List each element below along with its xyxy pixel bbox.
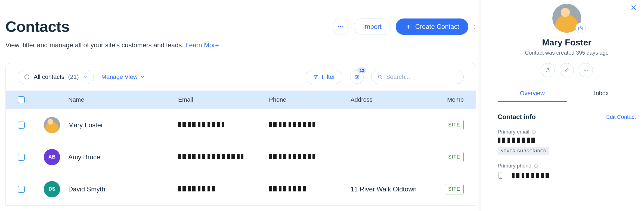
table-row[interactable]: Mary Foster SITE (6, 109, 476, 141)
svg-point-21 (536, 165, 536, 166)
table-header: Name Email Phone Address Memb (6, 91, 476, 109)
trailing-glyph: ; (474, 22, 476, 31)
avatar: AB (44, 149, 60, 165)
create-contact-button[interactable]: ＋ Create Contact (396, 18, 468, 35)
info-icon (534, 163, 538, 168)
primary-phone-value (512, 173, 550, 178)
column-address[interactable]: Address (351, 96, 440, 103)
svg-point-2 (342, 26, 343, 27)
contact-email (178, 121, 269, 129)
camera-icon (578, 25, 583, 31)
create-contact-label: Create Contact (415, 23, 459, 30)
contact-name: Mary Foster (68, 121, 178, 129)
contact-address: 11 River Walk Oldtown (351, 185, 440, 193)
row-checkbox[interactable] (18, 154, 25, 161)
search-icon (377, 74, 383, 80)
column-member[interactable]: Memb (440, 96, 464, 103)
primary-email-value (498, 138, 636, 144)
view-selector[interactable]: All contacts (21) (18, 70, 94, 84)
import-button[interactable]: Import (354, 18, 391, 35)
svg-point-13 (547, 68, 549, 70)
panel-action-more[interactable] (579, 63, 593, 77)
member-badge: SITE (445, 184, 464, 194)
svg-point-7 (357, 76, 358, 77)
pencil-icon (564, 67, 569, 73)
page-subtitle: View, filter and manage all of your site… (5, 41, 476, 49)
svg-rect-11 (579, 27, 583, 30)
search-input[interactable] (386, 73, 457, 80)
plus-icon: ＋ (405, 22, 412, 31)
ellipsis-icon (338, 23, 344, 30)
more-actions-button[interactable] (333, 18, 349, 35)
svg-point-6 (355, 75, 356, 76)
funnel-icon (313, 74, 318, 80)
tab-inbox[interactable]: Inbox (567, 85, 636, 102)
section-contact-info-title: Contact info (498, 113, 536, 121)
svg-point-16 (587, 70, 588, 70)
panel-action-edit[interactable] (560, 63, 574, 77)
svg-point-0 (338, 26, 339, 27)
manage-view-link[interactable]: Manage View (101, 73, 145, 80)
column-phone[interactable]: Phone (269, 96, 351, 103)
edit-contact-link[interactable]: Edit Contact (606, 114, 636, 120)
contact-email: . (178, 153, 269, 161)
change-photo-button[interactable] (575, 23, 586, 33)
view-selector-count: (21) (68, 73, 79, 80)
person-icon (545, 67, 551, 73)
avatar: DS (44, 181, 60, 197)
svg-point-1 (340, 26, 341, 27)
panel-action-profile[interactable] (541, 63, 555, 77)
sliders-icon (354, 74, 360, 80)
column-name[interactable]: Name (68, 96, 178, 103)
svg-point-14 (584, 70, 585, 70)
svg-point-18 (534, 131, 534, 132)
table-row[interactable]: AB Amy Bruce . SITE (6, 141, 476, 173)
svg-point-4 (27, 76, 27, 76)
primary-email-label: Primary email (498, 129, 636, 135)
contact-phone (269, 153, 351, 161)
view-selector-label: All contacts (34, 73, 64, 80)
phone-icon (498, 172, 503, 179)
page-title: Contacts (5, 18, 70, 35)
svg-point-12 (580, 27, 581, 29)
contact-email (178, 185, 269, 193)
contact-name: David Smyth (68, 185, 178, 193)
contact-name: Amy Bruce (68, 153, 178, 161)
contact-detail-panel: Mary Foster Contact was created 395 days… (481, 0, 644, 211)
column-email[interactable]: Email (178, 96, 269, 103)
column-count-badge: 12 (357, 67, 366, 73)
ellipsis-icon (583, 67, 589, 73)
svg-rect-22 (536, 166, 536, 167)
svg-rect-19 (534, 132, 534, 133)
primary-phone-label: Primary phone (498, 163, 636, 169)
svg-point-8 (356, 78, 357, 79)
filter-button[interactable]: Filter (306, 70, 342, 84)
contact-phone (269, 185, 351, 193)
svg-rect-5 (27, 77, 27, 78)
info-icon (24, 74, 30, 80)
tab-overview[interactable]: Overview (498, 85, 567, 102)
member-badge: SITE (445, 120, 464, 130)
svg-line-10 (381, 78, 382, 79)
contact-phone (269, 121, 351, 129)
member-badge: SITE (445, 152, 464, 162)
learn-more-link[interactable]: Learn More (185, 41, 219, 49)
search-box[interactable] (371, 70, 464, 84)
chevron-down-icon (140, 75, 145, 79)
avatar (44, 117, 60, 133)
svg-point-24 (500, 178, 501, 178)
chevron-down-icon (83, 75, 88, 79)
subscription-status-badge: NEVER SUBSCRIBED (498, 147, 549, 155)
info-icon (531, 129, 536, 134)
panel-created-text: Contact was created 395 days ago (498, 50, 636, 56)
select-all-checkbox[interactable] (18, 96, 25, 103)
table-row[interactable]: DS David Smyth 11 River Walk Oldtown SIT… (6, 173, 476, 205)
panel-contact-name: Mary Foster (498, 38, 636, 48)
svg-point-15 (585, 70, 586, 70)
row-checkbox[interactable] (18, 186, 25, 193)
row-checkbox[interactable] (18, 122, 25, 129)
